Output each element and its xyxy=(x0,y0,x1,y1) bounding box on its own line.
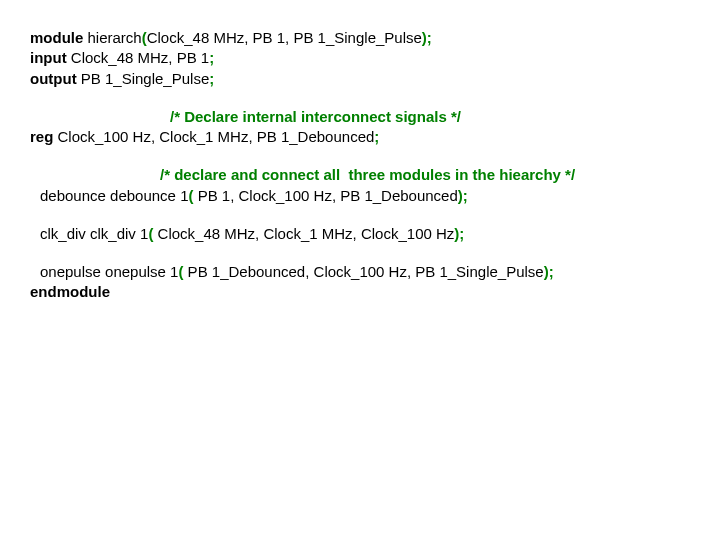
args: PB 1, Clock_100 Hz, PB 1_Debounced xyxy=(193,187,457,204)
blank-line xyxy=(30,244,690,262)
kw-module: module xyxy=(30,29,83,46)
kw-input: input xyxy=(30,49,67,66)
semicolon: ; xyxy=(374,128,379,145)
semicolon: ; xyxy=(209,49,214,66)
text: onepulse onepulse 1 xyxy=(40,263,178,280)
code-line-clkdiv: clk_div clk_div 1( Clock_48 MHz, Clock_1… xyxy=(30,224,690,244)
paren-close: ); xyxy=(422,29,432,46)
code-line-output: output PB 1_Single_Pulse; xyxy=(30,69,690,89)
comment-line: /* Declare internal interconnect signals… xyxy=(30,107,690,127)
code-line-module: module hierarch(Clock_48 MHz, PB 1, PB 1… xyxy=(30,28,690,48)
kw-reg: reg xyxy=(30,128,53,145)
code-line-reg: reg Clock_100 Hz, Clock_1 MHz, PB 1_Debo… xyxy=(30,127,690,147)
kw-output: output xyxy=(30,70,77,87)
code-line-endmodule: endmodule xyxy=(30,282,690,302)
blank-line xyxy=(30,147,690,165)
code-line-onepulse: onepulse onepulse 1( PB 1_Debounced, Clo… xyxy=(30,262,690,282)
args: PB 1_Debounced, Clock_100 Hz, PB 1_Singl… xyxy=(183,263,543,280)
text: debounce debounce 1 xyxy=(40,187,188,204)
text: hierarch xyxy=(83,29,141,46)
args: Clock_48 MHz, Clock_1 MHz, Clock_100 Hz xyxy=(153,225,454,242)
code-line-input: input Clock_48 MHz, PB 1; xyxy=(30,48,690,68)
paren-close: ); xyxy=(458,187,468,204)
text: Clock_48 MHz, PB 1 xyxy=(67,49,210,66)
comment-line: /* declare and connect all three modules… xyxy=(30,165,690,185)
code-slide: module hierarch(Clock_48 MHz, PB 1, PB 1… xyxy=(0,0,720,331)
text: Clock_100 Hz, Clock_1 MHz, PB 1_Debounce… xyxy=(53,128,374,145)
blank-line xyxy=(30,206,690,224)
kw-endmodule: endmodule xyxy=(30,283,110,300)
args: Clock_48 MHz, PB 1, PB 1_Single_Pulse xyxy=(147,29,422,46)
comment: /* Declare internal interconnect signals… xyxy=(170,108,461,125)
blank-line xyxy=(30,89,690,107)
semicolon: ; xyxy=(209,70,214,87)
code-line-debounce: debounce debounce 1( PB 1, Clock_100 Hz,… xyxy=(30,186,690,206)
text: PB 1_Single_Pulse xyxy=(77,70,210,87)
text: clk_div clk_div 1 xyxy=(40,225,148,242)
comment: /* declare and connect all three modules… xyxy=(160,166,575,183)
paren-close: ); xyxy=(454,225,464,242)
paren-close: ); xyxy=(544,263,554,280)
